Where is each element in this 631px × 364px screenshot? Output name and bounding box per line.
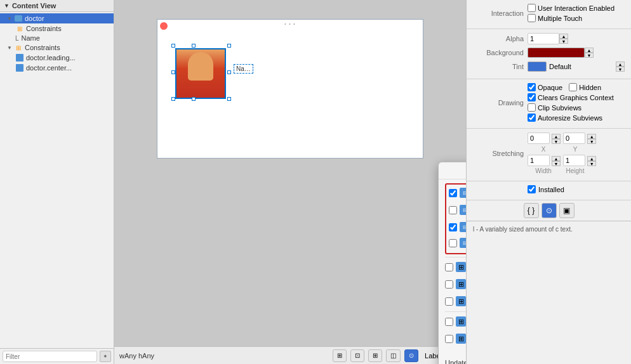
vcenters-icon: ⊞ bbox=[456, 279, 466, 289]
vcenters-checkbox[interactable] bbox=[445, 280, 453, 289]
multiple-touch-checkbox[interactable] bbox=[528, 14, 536, 22]
installed-checkbox[interactable] bbox=[528, 185, 536, 193]
popup-row-bottom: ⊟ Bottom Edges bbox=[449, 237, 466, 249]
tree-item-name[interactable]: L Name bbox=[0, 34, 114, 42]
top-checkbox[interactable] bbox=[449, 223, 457, 231]
size-class-label: wAny hAny bbox=[119, 352, 154, 360]
update-frames-row: Update Frames None bbox=[445, 356, 466, 364]
clip-checkbox[interactable] bbox=[528, 103, 536, 112]
alpha-stepper-down[interactable]: ▼ bbox=[559, 39, 568, 44]
label-widget[interactable]: Na… bbox=[234, 64, 253, 74]
alpha-stepper-up[interactable]: ▲ bbox=[559, 34, 568, 39]
resize-button[interactable]: ⊙ bbox=[404, 349, 418, 362]
close-button[interactable] bbox=[160, 22, 168, 30]
spacing-button[interactable]: ◫ bbox=[386, 349, 401, 362]
popup-row-vcenters: ⊞ Vertical Centers ▼ bbox=[445, 277, 466, 291]
stretching-inputs: ▲ ▼ ▲ ▼ X bbox=[528, 133, 596, 174]
handle-mr[interactable] bbox=[227, 70, 231, 74]
stretch-x-input[interactable] bbox=[528, 133, 550, 144]
w-down[interactable]: ▼ bbox=[552, 161, 561, 166]
align-button[interactable]: ⊡ bbox=[350, 349, 364, 362]
stretching-xy-labels: X Y bbox=[529, 146, 596, 153]
bottom-edges-icon: ⊟ bbox=[460, 238, 466, 248]
background-swatch[interactable] bbox=[528, 48, 585, 58]
w-stepper: ▲ ▼ bbox=[552, 156, 561, 166]
x-up[interactable]: ▲ bbox=[552, 134, 561, 139]
hcenters-checkbox[interactable] bbox=[445, 263, 453, 271]
bg-stepper-up[interactable]: ▲ bbox=[585, 48, 594, 53]
handle-bl[interactable] bbox=[171, 97, 175, 101]
handle-tr[interactable] bbox=[227, 44, 231, 48]
user-interaction-text: User Interaction Enabled bbox=[538, 4, 614, 12]
handle-br[interactable] bbox=[227, 97, 231, 101]
interaction-row: Interaction User Interaction Enabled Mul… bbox=[473, 4, 625, 22]
h-up[interactable]: ▲ bbox=[587, 156, 596, 161]
alpha-row: Alpha ▲ ▼ bbox=[473, 33, 625, 44]
left-panel: ▼ Content View ▼ doctor ⊞ Constraints L … bbox=[0, 0, 114, 364]
stretching-wh: ▲ ▼ ▲ ▼ bbox=[528, 155, 596, 166]
opaque-checkbox[interactable] bbox=[528, 83, 536, 91]
tree-item-leading[interactable]: doctor.leading... bbox=[0, 53, 114, 63]
handle-bm[interactable] bbox=[192, 97, 196, 101]
popup-divider-2 bbox=[445, 311, 466, 312]
autoresize-checkbox[interactable] bbox=[528, 114, 536, 122]
w-up[interactable]: ▲ bbox=[552, 156, 561, 161]
canvas-area: • • • Na… bbox=[114, 0, 466, 364]
x-down[interactable]: ▼ bbox=[552, 139, 561, 144]
hidden-checkbox[interactable] bbox=[569, 83, 577, 91]
image-widget[interactable] bbox=[175, 48, 226, 99]
w-label: Width bbox=[529, 167, 558, 174]
handle-ml[interactable] bbox=[171, 70, 175, 74]
tree-item-center[interactable]: doctor.center... bbox=[0, 63, 114, 73]
tint-stepper-down[interactable]: ▼ bbox=[616, 67, 625, 72]
distribute-button[interactable]: ⊞ bbox=[368, 349, 382, 362]
hcontainer-checkbox[interactable] bbox=[445, 318, 453, 326]
handle-tm[interactable] bbox=[192, 44, 196, 48]
y-down[interactable]: ▼ bbox=[587, 139, 596, 144]
tree-item-constraints-2[interactable]: ▼ ⊞ Constraints bbox=[0, 42, 114, 53]
handle-tl[interactable] bbox=[171, 44, 175, 48]
stretch-y-input[interactable] bbox=[563, 133, 585, 144]
installed-row: Installed bbox=[528, 185, 625, 193]
tint-stepper-up[interactable]: ▲ bbox=[616, 62, 625, 67]
constraints-1-label: Constraints bbox=[26, 25, 62, 32]
user-interaction-label: User Interaction Enabled bbox=[528, 4, 614, 12]
baselines-checkbox[interactable] bbox=[445, 297, 453, 306]
filter-add-button[interactable]: + bbox=[100, 351, 111, 362]
disclosure-doctor: ▼ bbox=[6, 15, 13, 22]
alpha-input[interactable] bbox=[528, 33, 559, 44]
h-down[interactable]: ▼ bbox=[587, 161, 596, 166]
tab-square-button[interactable]: ▣ bbox=[559, 203, 575, 218]
main-layout: ▼ Content View ▼ doctor ⊞ Constraints L … bbox=[0, 0, 631, 364]
center-icon bbox=[15, 63, 24, 72]
opaque-label: Opaque bbox=[528, 83, 562, 91]
tint-swatch[interactable] bbox=[528, 62, 547, 72]
vcontainer-checkbox[interactable] bbox=[445, 335, 453, 343]
stretch-h-input[interactable] bbox=[563, 155, 585, 166]
y-stepper: ▲ ▼ bbox=[587, 134, 596, 144]
trailing-checkbox[interactable] bbox=[449, 206, 457, 214]
leading-edges-icon: ⊟ bbox=[460, 188, 466, 198]
y-up[interactable]: ▲ bbox=[587, 134, 596, 139]
filter-input[interactable] bbox=[3, 351, 97, 362]
grid-button[interactable]: ⊞ bbox=[333, 349, 347, 362]
leading-checkbox[interactable] bbox=[449, 189, 457, 197]
bg-stepper-down[interactable]: ▼ bbox=[585, 53, 594, 58]
interaction-checkboxes: User Interaction Enabled Multiple Touch bbox=[528, 4, 614, 22]
bottom-checkbox[interactable] bbox=[449, 239, 457, 247]
disclosure-arrow: ▼ bbox=[4, 3, 10, 9]
clears-checkbox[interactable] bbox=[528, 93, 536, 101]
disclosure-constraints: ▼ bbox=[6, 44, 13, 51]
drawing-options: Opaque Hidden Clears Graphics Context bbox=[528, 83, 614, 122]
stretch-w-input[interactable] bbox=[528, 155, 550, 166]
tree-item-doctor[interactable]: ▼ doctor bbox=[0, 13, 114, 23]
alpha-section: Alpha ▲ ▼ Background ▲ ▼ Tint bbox=[467, 29, 631, 79]
tab-circle-button[interactable]: ⊙ bbox=[541, 203, 557, 218]
tab-code-button[interactable]: { } bbox=[524, 203, 539, 218]
clears-text: Clears Graphics Context bbox=[538, 94, 614, 101]
red-outline-section: ⊟ Leading Edges ▼ ⊟ Trailing Edges ▼ bbox=[445, 183, 466, 254]
tint-row: Tint Default ▲ ▼ bbox=[473, 61, 625, 72]
tree-item-constraints-1[interactable]: ⊞ Constraints bbox=[0, 23, 114, 34]
stretching-row: Stretching ▲ ▼ ▲ bbox=[473, 133, 625, 174]
user-interaction-checkbox[interactable] bbox=[528, 4, 536, 12]
